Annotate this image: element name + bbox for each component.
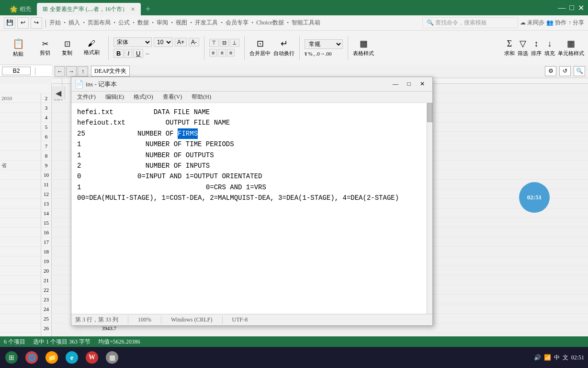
menu-review[interactable]: 审阅 (157, 19, 168, 27)
quick-access-save[interactable]: 💾 (4, 17, 15, 29)
menu-ai[interactable]: 智能工具箱 (292, 19, 320, 27)
notepad-close-button[interactable]: ✕ (416, 79, 429, 90)
content-line-3: 25 NUMBER OF FIRMS (77, 128, 427, 139)
folder-search-button[interactable]: 🔍 (574, 66, 585, 76)
taskbar-word[interactable]: W (82, 349, 102, 366)
row-idx: 3 (41, 103, 52, 112)
quick-access-redo[interactable]: ↪ (31, 17, 42, 29)
line3-firms-highlight: FIRMS (178, 128, 198, 139)
excel-tabs: 🌟 稻壳 ⊞ 全要素生产率 (....者，16个市） ✕ + (4, 0, 155, 15)
underline-button[interactable]: U (133, 49, 143, 58)
ribbon-wrap[interactable]: ↵ 自动换行 (273, 38, 294, 57)
align-right[interactable]: ≡ (227, 49, 235, 57)
menu-layout[interactable]: 页面布局 (88, 19, 111, 27)
notepad-content-area[interactable]: hefei.txt DATA FILE NAME hefeiout.txt OU… (71, 103, 432, 314)
excel-menu-bar: 💾 ↩ ↪ | 开始 · 插入 · 页面布局 · 公式 · 数据 · 审阅 · … (0, 15, 588, 31)
row-idx: 21 (41, 276, 52, 285)
nav-forward-button[interactable]: → (66, 66, 77, 77)
restore-button[interactable]: □ (569, 3, 574, 12)
tray-icon-network[interactable]: 📶 (544, 354, 551, 361)
taskbar-ie[interactable]: e (62, 349, 81, 366)
italic-button[interactable]: I (124, 49, 132, 58)
tray-icon-ime-en[interactable]: 文 (563, 354, 568, 362)
notepad-menu: 文件(F) 编辑(E) 格式(O) 查看(V) 帮助(H) (71, 92, 432, 103)
align-top[interactable]: ⊤ (209, 39, 219, 47)
tray-icon-ime-zh[interactable]: 中 (554, 354, 560, 362)
folder-options-button[interactable]: ⚙ (545, 66, 556, 76)
taskbar-app5[interactable]: ▦ (102, 349, 122, 366)
ribbon-filter[interactable]: ▽ 筛选 (518, 38, 528, 57)
line4-value: NUMBER OF TIME PERIODS (146, 139, 234, 150)
line6-spacer (81, 161, 145, 171)
notepad-menu-file[interactable]: 文件(F) (73, 92, 100, 102)
bold-button[interactable]: B (113, 49, 124, 58)
row-idx: 11 (41, 180, 52, 189)
menu-data[interactable]: 数据 (137, 19, 149, 27)
tab-main[interactable]: ⊞ 全要素生产率 (....者，16个市） ✕ (37, 3, 141, 15)
deap-folder-path: DEAP文件夹 (91, 66, 130, 77)
ribbon-fill[interactable]: ↓ 填充 (544, 39, 555, 57)
ribbon-cut[interactable]: ✂ 剪切 (35, 39, 55, 57)
align-bottom[interactable]: ⊥ (230, 39, 239, 47)
number-format-select[interactable]: 常规 (305, 39, 343, 49)
ribbon-merge[interactable]: ⊡ 合并居中 (249, 38, 271, 57)
ribbon-format-copy[interactable]: 🖌 格式刷 (79, 39, 103, 56)
ribbon-copy[interactable]: ⊡ 复制 (57, 39, 77, 57)
menu-view[interactable]: 视图 (176, 19, 187, 27)
notepad-menu-edit[interactable]: 编辑(E) (102, 92, 128, 102)
taskbar-browser1[interactable]: 🌐 (22, 349, 41, 366)
row-idx: 19 (41, 256, 52, 265)
sync-status[interactable]: ☁ 未同步 (520, 19, 544, 27)
menu-dev[interactable]: 开发工具 (195, 19, 218, 27)
close-button[interactable]: ✕ (578, 3, 584, 12)
ribbon-table-style[interactable]: ▦ 表格样式 (353, 38, 374, 57)
notepad-menu-format[interactable]: 格式(O) (130, 92, 157, 102)
excel-ribbon: 📋 粘贴 ✂ 剪切 ⊡ 复制 🖌 格式刷 宋体 (0, 31, 588, 65)
align-middle[interactable]: ⊟ (220, 39, 229, 47)
tab-daoke[interactable]: 🌟 稻壳 (4, 3, 37, 15)
tray-icon-sound[interactable]: 🔊 (534, 354, 541, 361)
minimize-button[interactable]: — (558, 3, 565, 12)
line2-spacer (125, 117, 166, 128)
excel-header: 🌟 稻壳 ⊞ 全要素生产率 (....者，16个市） ✕ + — □ ✕ 💾 ↩… (0, 0, 588, 65)
status-items: 6 个项目 (4, 338, 25, 346)
font-size-select[interactable]: 10 (154, 37, 173, 47)
content-line-2: hefeiout.txt OUTPUT FILE NAME (77, 117, 427, 128)
nav-up-button[interactable]: ↑ (78, 66, 88, 77)
menu-choice[interactable]: Choice数据 (256, 19, 284, 27)
font-family-select[interactable]: 宋体 (113, 37, 152, 47)
ribbon-paste[interactable]: 📋 粘贴 (4, 38, 33, 58)
align-center[interactable]: ≡ (218, 49, 226, 57)
notepad-scrollbar[interactable] (427, 103, 432, 314)
percent-symbol: % (308, 51, 313, 57)
menu-formula[interactable]: 公式 (118, 19, 130, 27)
content-line-7: 0 0=INPUT AND 1=OUTPUT ORIENTATED (77, 171, 427, 182)
taskbar-explorer[interactable]: 📁 (42, 349, 61, 366)
menu-insert[interactable]: 插入 (68, 19, 80, 27)
ribbon-sort[interactable]: ↕ 排序 (531, 39, 542, 57)
notepad-menu-view[interactable]: 查看(V) (159, 92, 186, 102)
notepad-minimize-button[interactable]: — (389, 79, 402, 90)
folder-refresh-button[interactable]: ↺ (559, 66, 571, 76)
row-idx: 20 (41, 266, 52, 275)
line9-label: 0 (77, 193, 81, 203)
notepad-menu-help[interactable]: 帮助(H) (188, 92, 215, 102)
new-tab-button[interactable]: + (141, 3, 155, 15)
search-box[interactable]: 🔍 查找命令，搜索模板 (422, 17, 518, 28)
align-left[interactable]: ≡ (209, 49, 217, 57)
font-decrease[interactable]: A- (189, 38, 199, 46)
taskbar-start-button[interactable]: ⊞ (2, 349, 21, 366)
menu-member[interactable]: 会员专享 (226, 19, 249, 27)
ribbon-cell-style[interactable]: ▦ 单元格样式 (558, 38, 584, 57)
ribbon-sum[interactable]: Σ 求和 (504, 39, 515, 57)
share-btn[interactable]: ↑ 分享 (568, 19, 584, 27)
notepad-maximize-button[interactable]: □ (403, 79, 415, 90)
cell-reference-input[interactable] (2, 67, 31, 75)
nav-back-button[interactable]: ← (55, 66, 65, 77)
collab-btn[interactable]: 👥 协作 (546, 19, 566, 27)
notepad-cursor-position: 第 3 行，第 33 列 (75, 316, 128, 324)
font-increase[interactable]: A+ (175, 38, 187, 46)
back-nav-button[interactable]: ◀ (52, 86, 65, 100)
quick-access-undo[interactable]: ↩ (17, 17, 29, 29)
content-line-4: 1 NUMBER OF TIME PERIODS (77, 139, 427, 150)
